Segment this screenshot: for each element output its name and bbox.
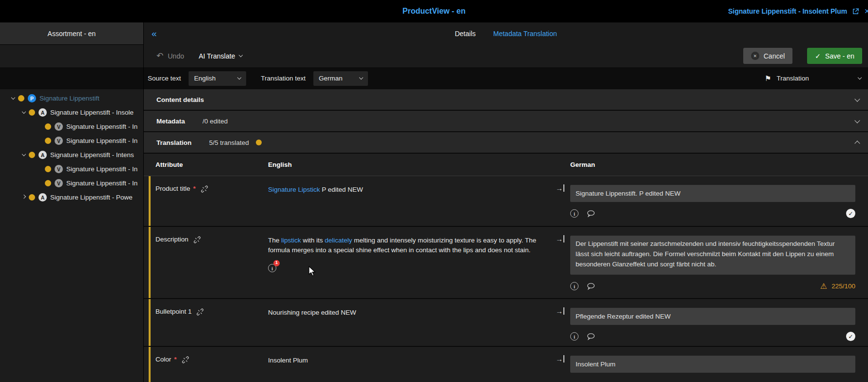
source-text-label: Source text [148,75,181,82]
status-dot [45,123,51,130]
tab-details[interactable]: Details [455,30,476,38]
tree-item-article[interactable]: A Signature Lippenstift - Insole [0,105,143,120]
english-source-text: The lipstick with its delicately melting… [268,236,548,256]
check-icon: ✓ [815,52,821,60]
german-translation-input[interactable] [570,356,855,373]
translation-language-select[interactable]: German [313,71,368,86]
tree-item-root[interactable]: P Signature Lippenstift [0,91,143,105]
cancel-label: Cancel [764,52,785,60]
assortment-header: Assortment - en [0,22,143,44]
tab-metadata-translation[interactable]: Metadata Translation [493,30,557,38]
german-translation-textarea[interactable]: Der Lippenstift mit seiner zartschmelzen… [570,236,855,275]
sidebar-spacer-strip-dark [0,67,143,89]
variant-badge: V [55,137,63,145]
section-title: Translation [156,139,192,146]
undo-icon: ↶ [156,51,163,61]
section-content-details[interactable]: Content details [144,89,868,111]
table-row-product-title: Product title * Signature Lipstick P edi… [144,176,868,227]
unlink-icon[interactable] [201,185,208,194]
unlink-icon[interactable] [182,356,189,365]
variant-badge: V [55,179,63,187]
tree-item-variant[interactable]: V Signature Lippenstift - In [0,120,143,134]
section-metadata[interactable]: Metadata /0 edited [144,111,868,132]
comment-icon[interactable] [587,333,595,341]
info-icon[interactable]: i [570,332,579,341]
section-title: Content details [156,96,204,103]
tabs-bar: « Details Metadata Translation [144,22,868,44]
table-row-color: Color * Insolent Plum [144,347,868,382]
tree-item-label: Signature Lippenstift - In [66,180,137,187]
german-translation-input[interactable] [570,308,855,325]
english-source-text: Insolent Plum [268,356,308,365]
copy-to-translation-icon[interactable] [556,184,564,192]
translation-language-value: German [319,75,343,82]
tree-item-label: Signature Lippenstift - Insole [50,109,134,116]
status-dot [18,95,24,101]
required-asterisk: * [174,356,176,363]
chevron-down-icon[interactable] [22,152,26,156]
copy-to-translation-icon[interactable] [556,307,564,315]
chevron-down-icon [237,76,241,80]
status-dot [45,166,51,172]
ai-translate-dropdown[interactable]: AI Translate [199,52,243,60]
tree-item-article[interactable]: A Signature Lippenstift - Powe [0,190,143,204]
product-badge: P [28,94,36,102]
copy-to-translation-icon[interactable] [556,235,564,242]
product-tree: P Signature Lippenstift A Signature Lipp… [0,89,143,382]
chevron-right-icon[interactable] [22,195,26,199]
main-panel: « Details Metadata Translation ↶ Undo AI… [144,22,868,382]
comment-icon[interactable] [587,282,595,290]
term-link[interactable]: delicately [325,237,352,244]
view-mode-select[interactable]: ⚑ Translation [765,74,868,83]
comment-icon[interactable] [587,210,595,218]
variant-badge: V [55,165,63,173]
column-header-german: German [570,161,868,168]
chevron-down-icon [854,96,860,101]
translation-table-header: Attribute English German [144,154,868,176]
assortment-sidebar: Assortment - en P Signature Lippenstift … [0,22,144,382]
status-dot [45,180,51,186]
cancel-button[interactable]: ✕ Cancel [743,48,793,64]
close-icon[interactable]: ✕ [864,7,868,15]
copy-to-translation-icon[interactable] [556,355,564,362]
required-asterisk: * [193,185,195,192]
tree-item-label: Signature Lippenstift - Intens [50,151,134,159]
tree-item-variant[interactable]: V Signature Lippenstift - In [0,176,143,190]
approved-check-icon[interactable]: ✓ [846,332,855,341]
tree-item-variant[interactable]: V Signature Lippenstift - In [0,162,143,176]
status-dot [29,152,35,158]
source-language-select[interactable]: English [189,71,246,86]
section-title: Metadata [156,118,185,125]
approved-check-icon[interactable]: ✓ [846,209,855,218]
toolbar: ↶ Undo AI Translate ✕ Cancel ✓ Save - en [144,44,868,67]
term-link[interactable]: Signature Lipstick [268,186,320,193]
chevron-up-icon [854,141,860,146]
status-dot [256,140,262,145]
translation-text-label: Translation text [261,75,306,82]
save-button[interactable]: ✓ Save - en [807,48,862,64]
chevron-down-icon [854,118,860,123]
info-icon[interactable]: i [570,282,579,290]
table-row-bulletpoint-1: Bulletpoint 1 Nourishing recipe edited N… [144,299,868,347]
chevron-down-icon [359,76,363,80]
tree-item-article[interactable]: A Signature Lippenstift - Intens [0,148,143,162]
undo-button[interactable]: ↶ Undo [156,51,184,61]
unlink-icon[interactable] [196,308,204,317]
context-product-link[interactable]: Signature Lippenstift - Insolent Plum [728,7,847,15]
section-translation[interactable]: Translation 5/5 translated [144,132,868,154]
german-translation-input[interactable] [570,185,855,202]
tree-item-label: Signature Lippenstift - In [66,137,137,144]
unlink-icon[interactable] [193,236,201,245]
language-filter-bar: Source text English Translation text Ger… [144,67,868,89]
tree-item-variant[interactable]: V Signature Lippenstift - In [0,134,143,148]
chevron-down-icon[interactable] [22,110,26,114]
char-count: 225/100 [831,282,855,290]
term-link[interactable]: lipstick [281,237,301,244]
section-status: 5/5 translated [209,139,249,146]
info-icon[interactable]: i [570,209,579,218]
tree-item-label: Signature Lippenstift - In [66,165,137,173]
variant-badge: V [55,122,63,131]
chevron-down-icon[interactable] [11,96,15,100]
open-external-icon[interactable] [852,8,859,15]
view-mode-value: Translation [776,75,809,82]
